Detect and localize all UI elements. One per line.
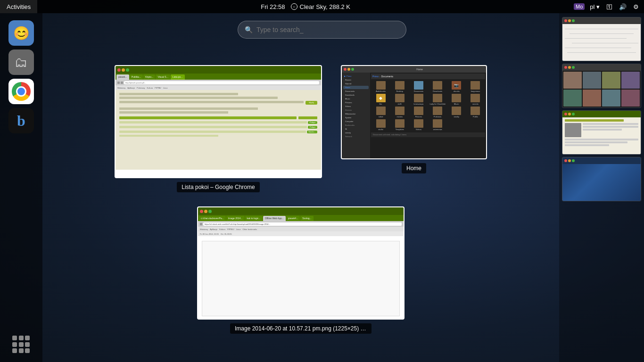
wifi-icon[interactable]: ⚿ <box>605 3 614 10</box>
photo-cell <box>621 90 640 107</box>
file-item[interactable]: wstemowa <box>429 119 446 131</box>
file-item[interactable]: ◆ like <box>372 94 389 105</box>
dock-files-icon[interactable]: 🗂 <box>8 49 34 75</box>
bookmark-label: PIPPA V <box>227 228 234 230</box>
file-item[interactable]: Pictures <box>410 107 427 118</box>
tab-label[interactable]: Visual S... <box>156 74 170 80</box>
side-thumb-2[interactable] <box>562 64 641 108</box>
window1-thumb[interactable]: piesek... Publika... Kripto... Visual S.… <box>115 65 322 178</box>
action-button[interactable]: Stwórz... <box>307 131 317 133</box>
file-item[interactable]: Downloads <box>429 81 446 92</box>
nav-btn-icon <box>200 223 202 225</box>
file-item[interactable]: Podcasts <box>429 107 446 118</box>
topbar: Activities Fri 22:58 ○ Clear Sky, 288.2 … <box>0 0 644 13</box>
file-name: xtof1 <box>397 103 402 105</box>
nav-btn-icon <box>117 82 120 84</box>
side-thumb-1[interactable] <box>562 17 641 61</box>
tab-label[interactable]: Kripto... <box>143 74 155 80</box>
tab-label[interactable]: Image 2014... <box>226 216 245 221</box>
app-grid-button[interactable] <box>8 332 34 357</box>
sidebar-item[interactable]: lib <box>343 127 369 131</box>
address-bar[interactable]: https://c1.slack-redir.com/link?url=http… <box>203 222 402 226</box>
sidebar-item[interactable]: Downloads <box>343 93 369 97</box>
sidebar-item[interactable]: Music <box>343 97 369 100</box>
language-selector[interactable]: pl ▾ <box>588 3 601 10</box>
search-icon: 🔍 <box>245 26 253 33</box>
file-name: stanky <box>454 115 459 118</box>
settings-icon[interactable]: ⚙ <box>632 3 640 10</box>
file-item[interactable]: stanky <box>448 107 465 118</box>
file-item[interactable]: Videos <box>410 119 427 131</box>
file-item[interactable]: movies <box>391 107 408 118</box>
max-btn-icon <box>208 210 212 213</box>
file-item[interactable]: Muzic <box>448 94 465 105</box>
photo-cell <box>602 90 620 107</box>
address-bar[interactable]: http://piesek-poczta.pl/... <box>124 81 319 84</box>
activities-button[interactable]: Activities <box>0 0 37 13</box>
sidebar-item[interactable]: Videos <box>343 105 369 108</box>
file-item[interactable]: Desktop <box>391 81 408 92</box>
grid-dot <box>25 342 30 347</box>
file-item[interactable]: xtof1 <box>391 94 408 105</box>
volume-icon[interactable]: 🔊 <box>618 3 628 10</box>
search-bar: 🔍 <box>238 21 406 39</box>
tab-label[interactable]: Szolog... <box>300 216 313 221</box>
window3-thumb[interactable]: c:/chat.slackover/Pa... Image 2014... ka… <box>197 206 405 320</box>
folder-icon-selected <box>414 81 423 90</box>
folder-icon <box>395 119 405 128</box>
dock-chrome-icon[interactable] <box>8 79 34 104</box>
sidebar-item-home[interactable]: Home <box>343 86 369 89</box>
sidebar-item[interactable]: Pictures <box>343 101 369 104</box>
dock-beagle-icon[interactable]: b <box>8 108 34 133</box>
sidebar-item[interactable]: ▶Primo <box>343 74 369 78</box>
side-thumb-4[interactable] <box>562 157 641 201</box>
breadcrumb-primo[interactable]: Primo <box>372 75 379 78</box>
file-item[interactable]: korwszacya <box>410 94 427 105</box>
sidebar-item[interactable]: Recent <box>343 78 369 82</box>
breadcrumb-documents[interactable]: Documents <box>381 75 393 78</box>
image-content-area <box>202 241 400 316</box>
close-icon <box>564 159 567 162</box>
action-button[interactable]: Połącz <box>308 121 317 124</box>
file-item[interactable]: Documents <box>410 81 427 92</box>
tab-label[interactable]: Lista po... <box>171 74 185 80</box>
dock-messenger-icon[interactable]: 😊 <box>8 20 34 46</box>
file-item[interactable]: nobal <box>372 107 389 118</box>
tab-label[interactable]: piesek4... <box>286 216 300 221</box>
photo-cell <box>583 90 601 107</box>
file-item[interactable]: Templates <box>391 119 408 131</box>
sidebar-item[interactable]: System <box>343 116 369 119</box>
file-name: like <box>380 103 382 105</box>
file-item[interactable]: Public <box>467 107 484 118</box>
search-input[interactable] <box>256 26 399 33</box>
file-item[interactable]: kargomasz <box>467 81 484 92</box>
sidebar-item[interactable]: Computer <box>343 120 369 123</box>
right-panel <box>559 13 644 362</box>
sidebar-item[interactable]: Documents <box>343 90 369 93</box>
side-thumb-3[interactable] <box>562 110 641 155</box>
tab-label[interactable]: Offline Web App... <box>263 216 286 221</box>
chrome-logo-icon <box>12 82 31 101</box>
user-avatar[interactable]: Mo <box>574 3 585 10</box>
file-item[interactable]: secrets <box>467 94 484 105</box>
files-folder-icon: 🗂 <box>15 55 28 70</box>
file-item[interactable]: Audiobooks <box>372 81 389 92</box>
web-text-line <box>583 126 638 128</box>
web-text-line <box>583 123 638 125</box>
tab-label[interactable]: kak to logic... <box>245 216 263 221</box>
tab-label[interactable]: piesek... <box>116 74 129 80</box>
file-item[interactable]: studio <box>372 119 389 131</box>
file-item[interactable]: Lady for Clouddisk <box>429 94 446 105</box>
sidebar-item[interactable]: smarty <box>343 131 369 134</box>
web-text-line <box>583 129 622 131</box>
file-item[interactable]: 📷 ebooks <box>448 81 465 92</box>
window2-thumb[interactable]: Home ▶Primo Recent Starred Home Document… <box>341 65 487 159</box>
action-button[interactable]: Połącz <box>308 126 317 129</box>
tab-label[interactable]: c:/chat.slackover/Pa... <box>199 216 226 221</box>
sidebar-item[interactable]: Starred <box>343 82 369 85</box>
side-thumb-4-content <box>562 164 641 201</box>
submit-button[interactable]: Wyślij <box>305 101 317 105</box>
tab-label[interactable]: Publika... <box>130 74 143 80</box>
nav-btn-icon <box>121 82 123 84</box>
sidebar-item[interactable]: Właściwości <box>343 112 369 115</box>
